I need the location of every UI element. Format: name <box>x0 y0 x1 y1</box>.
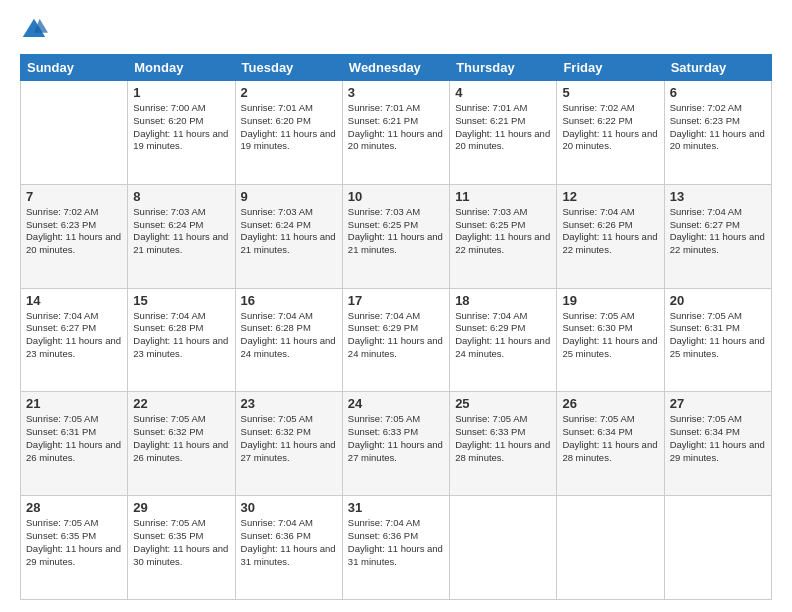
cell-info: Sunrise: 7:04 AMSunset: 6:28 PMDaylight:… <box>133 310 229 361</box>
calendar-cell: 15Sunrise: 7:04 AMSunset: 6:28 PMDayligh… <box>128 288 235 392</box>
calendar-cell: 4Sunrise: 7:01 AMSunset: 6:21 PMDaylight… <box>450 81 557 185</box>
cell-day-number: 12 <box>562 189 658 204</box>
cell-day-number: 24 <box>348 396 444 411</box>
calendar-cell: 19Sunrise: 7:05 AMSunset: 6:30 PMDayligh… <box>557 288 664 392</box>
cell-day-number: 8 <box>133 189 229 204</box>
col-header-thursday: Thursday <box>450 55 557 81</box>
calendar-cell: 9Sunrise: 7:03 AMSunset: 6:24 PMDaylight… <box>235 184 342 288</box>
col-header-wednesday: Wednesday <box>342 55 449 81</box>
col-header-sunday: Sunday <box>21 55 128 81</box>
calendar-cell <box>664 496 771 600</box>
cell-day-number: 6 <box>670 85 766 100</box>
cell-info: Sunrise: 7:05 AMSunset: 6:34 PMDaylight:… <box>562 413 658 464</box>
logo <box>20 16 52 44</box>
week-row-2: 7Sunrise: 7:02 AMSunset: 6:23 PMDaylight… <box>21 184 772 288</box>
cell-info: Sunrise: 7:01 AMSunset: 6:21 PMDaylight:… <box>348 102 444 153</box>
calendar-cell: 26Sunrise: 7:05 AMSunset: 6:34 PMDayligh… <box>557 392 664 496</box>
cell-info: Sunrise: 7:03 AMSunset: 6:24 PMDaylight:… <box>133 206 229 257</box>
cell-info: Sunrise: 7:05 AMSunset: 6:30 PMDaylight:… <box>562 310 658 361</box>
week-row-4: 21Sunrise: 7:05 AMSunset: 6:31 PMDayligh… <box>21 392 772 496</box>
cell-day-number: 27 <box>670 396 766 411</box>
cell-info: Sunrise: 7:05 AMSunset: 6:33 PMDaylight:… <box>348 413 444 464</box>
calendar-cell: 31Sunrise: 7:04 AMSunset: 6:36 PMDayligh… <box>342 496 449 600</box>
cell-info: Sunrise: 7:05 AMSunset: 6:31 PMDaylight:… <box>26 413 122 464</box>
cell-info: Sunrise: 7:02 AMSunset: 6:23 PMDaylight:… <box>26 206 122 257</box>
calendar-cell: 27Sunrise: 7:05 AMSunset: 6:34 PMDayligh… <box>664 392 771 496</box>
calendar-cell: 30Sunrise: 7:04 AMSunset: 6:36 PMDayligh… <box>235 496 342 600</box>
col-header-friday: Friday <box>557 55 664 81</box>
cell-day-number: 19 <box>562 293 658 308</box>
calendar-cell: 28Sunrise: 7:05 AMSunset: 6:35 PMDayligh… <box>21 496 128 600</box>
cell-day-number: 9 <box>241 189 337 204</box>
cell-day-number: 16 <box>241 293 337 308</box>
cell-day-number: 7 <box>26 189 122 204</box>
col-header-tuesday: Tuesday <box>235 55 342 81</box>
calendar-cell: 10Sunrise: 7:03 AMSunset: 6:25 PMDayligh… <box>342 184 449 288</box>
calendar-table: SundayMondayTuesdayWednesdayThursdayFrid… <box>20 54 772 600</box>
calendar-cell: 17Sunrise: 7:04 AMSunset: 6:29 PMDayligh… <box>342 288 449 392</box>
cell-day-number: 22 <box>133 396 229 411</box>
cell-info: Sunrise: 7:05 AMSunset: 6:31 PMDaylight:… <box>670 310 766 361</box>
cell-day-number: 3 <box>348 85 444 100</box>
calendar-cell: 23Sunrise: 7:05 AMSunset: 6:32 PMDayligh… <box>235 392 342 496</box>
cell-day-number: 10 <box>348 189 444 204</box>
calendar-cell: 22Sunrise: 7:05 AMSunset: 6:32 PMDayligh… <box>128 392 235 496</box>
cell-info: Sunrise: 7:01 AMSunset: 6:21 PMDaylight:… <box>455 102 551 153</box>
cell-info: Sunrise: 7:04 AMSunset: 6:26 PMDaylight:… <box>562 206 658 257</box>
calendar-cell: 13Sunrise: 7:04 AMSunset: 6:27 PMDayligh… <box>664 184 771 288</box>
calendar-cell: 29Sunrise: 7:05 AMSunset: 6:35 PMDayligh… <box>128 496 235 600</box>
cell-info: Sunrise: 7:04 AMSunset: 6:28 PMDaylight:… <box>241 310 337 361</box>
cell-day-number: 28 <box>26 500 122 515</box>
cell-info: Sunrise: 7:05 AMSunset: 6:33 PMDaylight:… <box>455 413 551 464</box>
cell-info: Sunrise: 7:04 AMSunset: 6:27 PMDaylight:… <box>26 310 122 361</box>
logo-icon <box>20 16 48 44</box>
col-header-saturday: Saturday <box>664 55 771 81</box>
calendar-cell: 20Sunrise: 7:05 AMSunset: 6:31 PMDayligh… <box>664 288 771 392</box>
cell-info: Sunrise: 7:02 AMSunset: 6:23 PMDaylight:… <box>670 102 766 153</box>
calendar-cell <box>557 496 664 600</box>
cell-day-number: 31 <box>348 500 444 515</box>
cell-day-number: 29 <box>133 500 229 515</box>
cell-day-number: 14 <box>26 293 122 308</box>
calendar-cell: 14Sunrise: 7:04 AMSunset: 6:27 PMDayligh… <box>21 288 128 392</box>
calendar-cell <box>450 496 557 600</box>
cell-day-number: 30 <box>241 500 337 515</box>
cell-info: Sunrise: 7:05 AMSunset: 6:32 PMDaylight:… <box>241 413 337 464</box>
week-row-1: 1Sunrise: 7:00 AMSunset: 6:20 PMDaylight… <box>21 81 772 185</box>
calendar-cell: 7Sunrise: 7:02 AMSunset: 6:23 PMDaylight… <box>21 184 128 288</box>
col-header-monday: Monday <box>128 55 235 81</box>
calendar-cell: 3Sunrise: 7:01 AMSunset: 6:21 PMDaylight… <box>342 81 449 185</box>
calendar-cell: 24Sunrise: 7:05 AMSunset: 6:33 PMDayligh… <box>342 392 449 496</box>
week-row-5: 28Sunrise: 7:05 AMSunset: 6:35 PMDayligh… <box>21 496 772 600</box>
calendar-cell: 6Sunrise: 7:02 AMSunset: 6:23 PMDaylight… <box>664 81 771 185</box>
calendar-header-row: SundayMondayTuesdayWednesdayThursdayFrid… <box>21 55 772 81</box>
cell-day-number: 17 <box>348 293 444 308</box>
calendar-cell: 5Sunrise: 7:02 AMSunset: 6:22 PMDaylight… <box>557 81 664 185</box>
cell-info: Sunrise: 7:04 AMSunset: 6:36 PMDaylight:… <box>348 517 444 568</box>
calendar-cell <box>21 81 128 185</box>
cell-info: Sunrise: 7:00 AMSunset: 6:20 PMDaylight:… <box>133 102 229 153</box>
calendar-cell: 12Sunrise: 7:04 AMSunset: 6:26 PMDayligh… <box>557 184 664 288</box>
cell-day-number: 2 <box>241 85 337 100</box>
cell-day-number: 20 <box>670 293 766 308</box>
calendar-cell: 11Sunrise: 7:03 AMSunset: 6:25 PMDayligh… <box>450 184 557 288</box>
calendar-cell: 21Sunrise: 7:05 AMSunset: 6:31 PMDayligh… <box>21 392 128 496</box>
cell-day-number: 26 <box>562 396 658 411</box>
cell-info: Sunrise: 7:05 AMSunset: 6:34 PMDaylight:… <box>670 413 766 464</box>
calendar-cell: 2Sunrise: 7:01 AMSunset: 6:20 PMDaylight… <box>235 81 342 185</box>
cell-day-number: 18 <box>455 293 551 308</box>
calendar-cell: 1Sunrise: 7:00 AMSunset: 6:20 PMDaylight… <box>128 81 235 185</box>
page: SundayMondayTuesdayWednesdayThursdayFrid… <box>0 0 792 612</box>
cell-info: Sunrise: 7:04 AMSunset: 6:36 PMDaylight:… <box>241 517 337 568</box>
cell-info: Sunrise: 7:03 AMSunset: 6:24 PMDaylight:… <box>241 206 337 257</box>
cell-info: Sunrise: 7:05 AMSunset: 6:35 PMDaylight:… <box>26 517 122 568</box>
cell-info: Sunrise: 7:03 AMSunset: 6:25 PMDaylight:… <box>455 206 551 257</box>
header <box>20 16 772 44</box>
cell-info: Sunrise: 7:04 AMSunset: 6:29 PMDaylight:… <box>455 310 551 361</box>
cell-day-number: 25 <box>455 396 551 411</box>
cell-info: Sunrise: 7:01 AMSunset: 6:20 PMDaylight:… <box>241 102 337 153</box>
week-row-3: 14Sunrise: 7:04 AMSunset: 6:27 PMDayligh… <box>21 288 772 392</box>
cell-info: Sunrise: 7:04 AMSunset: 6:29 PMDaylight:… <box>348 310 444 361</box>
calendar-cell: 18Sunrise: 7:04 AMSunset: 6:29 PMDayligh… <box>450 288 557 392</box>
cell-day-number: 5 <box>562 85 658 100</box>
